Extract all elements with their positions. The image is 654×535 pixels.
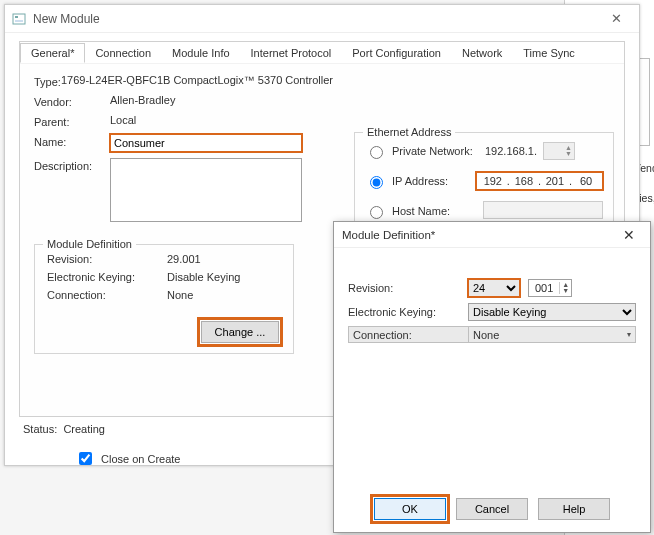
sub-close-icon[interactable]: ✕ bbox=[616, 227, 642, 243]
parent-value: Local bbox=[110, 114, 324, 126]
ip-address-label: IP Address: bbox=[392, 175, 448, 187]
name-input[interactable] bbox=[110, 134, 302, 152]
tab-bar: General* Connection Module Info Internet… bbox=[20, 42, 624, 64]
sub-conn-label: Connection: bbox=[348, 326, 468, 343]
ek-k: Electronic Keying: bbox=[47, 271, 167, 283]
tab-general[interactable]: General* bbox=[20, 43, 85, 63]
ethernet-legend: Ethernet Address bbox=[363, 126, 455, 138]
ek-v: Disable Keying bbox=[167, 271, 281, 283]
revision-v: 29.001 bbox=[167, 253, 281, 265]
ip-octet-2[interactable]: 168 bbox=[512, 175, 536, 187]
conn-k: Connection: bbox=[47, 289, 167, 301]
ip-octet-3[interactable]: 201 bbox=[543, 175, 567, 187]
status-label: Status: bbox=[23, 423, 57, 435]
ip-address-radio[interactable] bbox=[370, 176, 383, 189]
type-value: 1769-L24ER-QBFC1B CompactLogix™ 5370 Con… bbox=[61, 74, 333, 86]
description-input[interactable] bbox=[110, 158, 302, 222]
svg-rect-2 bbox=[15, 20, 23, 22]
private-octet-spinner[interactable]: ▲▼ bbox=[543, 142, 575, 160]
dialog-title: New Module bbox=[33, 12, 599, 26]
close-on-create-label: Close on Create bbox=[101, 453, 181, 465]
name-label: Name: bbox=[34, 134, 110, 148]
module-definition-legend: Module Definition bbox=[43, 238, 136, 250]
tab-port-configuration[interactable]: Port Configuration bbox=[342, 44, 452, 62]
svg-rect-0 bbox=[13, 14, 25, 24]
ip-octet-4[interactable]: 60 bbox=[574, 175, 598, 187]
sub-dialog-title: Module Definition* bbox=[342, 229, 616, 241]
host-name-radio[interactable] bbox=[370, 206, 383, 219]
host-name-input bbox=[483, 201, 603, 219]
revision-minor-value[interactable]: 001 bbox=[529, 282, 559, 294]
help-button[interactable]: Help bbox=[538, 498, 610, 520]
tab-time-sync[interactable]: Time Sync bbox=[513, 44, 586, 62]
parent-label: Parent: bbox=[34, 114, 110, 128]
revision-k: Revision: bbox=[47, 253, 167, 265]
chevron-down-icon: ▾ bbox=[623, 330, 631, 339]
vendor-value: Allen-Bradley bbox=[110, 94, 324, 106]
tab-connection[interactable]: Connection bbox=[85, 44, 162, 62]
vendor-label: Vendor: bbox=[34, 94, 110, 108]
ok-button[interactable]: OK bbox=[374, 498, 446, 520]
revision-minor-spinner[interactable]: ▲▼ bbox=[559, 282, 571, 294]
electronic-keying-select[interactable]: Disable Keying bbox=[468, 303, 636, 321]
type-label: Type: bbox=[34, 74, 61, 88]
description-label: Description: bbox=[34, 158, 110, 172]
svg-rect-1 bbox=[15, 16, 18, 18]
conn-v: None bbox=[167, 289, 281, 301]
ip-address-input[interactable]: 192. 168. 201. 60 bbox=[476, 172, 603, 190]
tab-module-info[interactable]: Module Info bbox=[162, 44, 240, 62]
revision-major-select[interactable]: 24 bbox=[468, 279, 520, 297]
module-icon bbox=[11, 11, 27, 27]
module-definition-dialog: Module Definition* ✕ Revision: 24 001 ▲▼… bbox=[333, 221, 651, 533]
sub-revision-label: Revision: bbox=[348, 282, 468, 294]
close-icon[interactable]: ✕ bbox=[599, 11, 633, 26]
private-prefix: 192.168.1. bbox=[485, 145, 537, 157]
sub-ek-label: Electronic Keying: bbox=[348, 306, 468, 318]
close-on-create-checkbox[interactable] bbox=[79, 452, 92, 465]
tab-internet-protocol[interactable]: Internet Protocol bbox=[241, 44, 343, 62]
connection-select[interactable]: None▾ bbox=[468, 326, 636, 343]
host-name-label: Host Name: bbox=[392, 205, 450, 217]
private-network-radio[interactable] bbox=[370, 146, 383, 159]
tab-network[interactable]: Network bbox=[452, 44, 513, 62]
ip-octet-1[interactable]: 192 bbox=[481, 175, 505, 187]
status-value: Creating bbox=[63, 423, 105, 435]
private-network-label: Private Network: bbox=[392, 145, 473, 157]
cancel-button[interactable]: Cancel bbox=[456, 498, 528, 520]
change-button[interactable]: Change ... bbox=[201, 321, 279, 343]
